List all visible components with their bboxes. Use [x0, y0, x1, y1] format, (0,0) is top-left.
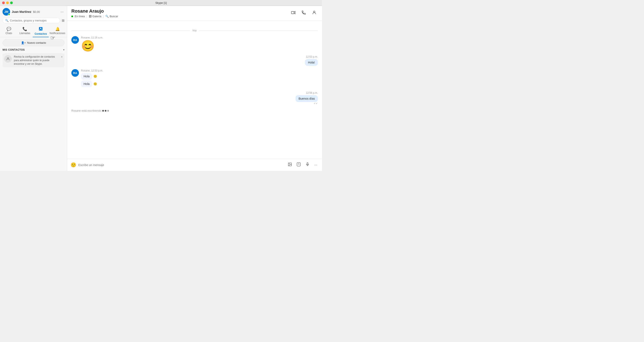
- chat-contact-info: Rosane Araujo En línea | 🖼 Galería | 🔍 B…: [71, 9, 118, 18]
- search-chat-link[interactable]: 🔍 Buscar: [105, 15, 118, 18]
- new-contact-label: Nuevo contacto: [27, 41, 46, 44]
- calls-icon: 📞: [22, 27, 27, 31]
- message-group-1: RA Rosane, 11:16 a.m. 😊: [71, 36, 318, 52]
- voice-call-button[interactable]: [300, 9, 307, 17]
- nav-tabs: 💬 Chats 📞 Llamadas Contactos 🔔 Notificac…: [0, 25, 67, 37]
- search-input[interactable]: [10, 19, 57, 22]
- date-line-left: [71, 31, 190, 31]
- msg-bubble-hola-1: Hola: [81, 73, 92, 80]
- chevron-down-icon: ▾: [63, 48, 64, 51]
- typing-dot-2: [105, 110, 106, 112]
- chats-label: Chats: [6, 32, 12, 35]
- outgoing-msg-1: 12:53 p.m. Hola!: [71, 55, 318, 66]
- user-info: JM Juan Martínez $0.00: [2, 8, 40, 16]
- more-input-options-button[interactable]: ···: [313, 161, 319, 168]
- tab-notifications[interactable]: 🔔 Notificaciones: [49, 25, 66, 37]
- outgoing-bubble-1: Hola!: [305, 59, 318, 66]
- gallery-link[interactable]: 🖼 Galería: [89, 15, 102, 18]
- user-name: Juan Martínez: [12, 10, 31, 14]
- emoji-message-1: 😊: [81, 40, 103, 52]
- window-title: Skype [1]: [155, 1, 167, 5]
- date-label: hoy: [192, 29, 196, 32]
- msg-bubble-hola-2: Hola: [81, 81, 92, 87]
- contacts-label: Contactos: [35, 32, 47, 35]
- msg-with-reaction-1: Hola 🙂: [81, 73, 103, 80]
- audio-record-button[interactable]: [304, 161, 311, 169]
- gallery-icon: 🖼: [89, 15, 92, 18]
- svg-rect-8: [297, 163, 300, 166]
- chat-status-bar: En línea | 🖼 Galería | 🔍 Buscar: [71, 15, 118, 18]
- contacts-notice: Revisa la configuración de contactos par…: [2, 53, 64, 67]
- typing-dot-1: [102, 110, 104, 112]
- message-group-3: RA Rosane, 12:53 p.m. Hola 🙂 Hola 🙂: [71, 69, 318, 88]
- msg-content-3: Rosane, 12:53 p.m. Hola 🙂 Hola 🙂: [81, 69, 103, 88]
- calls-label: Llamadas: [19, 32, 30, 35]
- reaction-icon-2[interactable]: 🙂: [94, 82, 97, 86]
- notice-icon: [4, 55, 12, 63]
- search-input-wrap[interactable]: 🔍: [2, 18, 60, 23]
- user-credit: $0.00: [33, 10, 40, 14]
- contacts-icon: [38, 27, 43, 32]
- attach-image-button[interactable]: [286, 161, 293, 169]
- sidebar-header: JM Juan Martínez $0.00 ···: [0, 6, 67, 17]
- maximize-button[interactable]: [10, 2, 13, 4]
- msg-content-1: Rosane, 11:16 a.m. 😊: [81, 36, 103, 52]
- chat-area: Rosane Araujo En línea | 🖼 Galería | 🔍 B…: [67, 6, 322, 171]
- notice-text: Revisa la configuración de contactos par…: [14, 55, 59, 66]
- close-button[interactable]: [2, 2, 5, 4]
- tab-calls[interactable]: 📞 Llamadas: [17, 25, 33, 37]
- reaction-icon-1[interactable]: 🙂: [94, 75, 97, 78]
- search-chat-icon: 🔍: [105, 15, 109, 18]
- msg-sender-time-3: Rosane, 12:53 p.m.: [81, 69, 103, 72]
- tab-chats[interactable]: 💬 Chats: [1, 25, 17, 37]
- search-bar: 🔍 ⊞: [0, 17, 67, 25]
- date-divider: hoy: [71, 29, 318, 32]
- new-contact-button[interactable]: 👤+ Nuevo contacto: [2, 39, 64, 46]
- svg-point-5: [314, 11, 315, 13]
- more-options-button[interactable]: ···: [60, 9, 64, 15]
- outgoing-time-2: 12:56 p.m.: [306, 91, 318, 94]
- contact-profile-button[interactable]: [311, 9, 318, 17]
- contacts-section: MIS CONTACTOS ▾ Revisa la configuración …: [0, 48, 67, 67]
- online-status-dot: [8, 14, 10, 16]
- message-input[interactable]: [78, 163, 284, 167]
- typing-indicator: Rosane está escribiendo: [71, 108, 318, 114]
- svg-rect-9: [307, 163, 308, 165]
- outgoing-bubble-2: Buenos días: [296, 95, 318, 102]
- typing-dot-3: [107, 110, 109, 112]
- date-line-right: [199, 31, 318, 31]
- window-controls: [2, 2, 13, 4]
- chats-icon: 💬: [6, 27, 11, 31]
- emoji-picker-button[interactable]: 🙂: [70, 162, 76, 168]
- avatar[interactable]: JM: [2, 8, 10, 16]
- message-input-area: 🙂 ···: [67, 159, 322, 171]
- notifications-label: Notificaciones: [50, 32, 65, 35]
- outgoing-bubble-wrap-2: Buenos días: [296, 95, 318, 102]
- online-indicator: [71, 16, 73, 17]
- online-status: En línea: [75, 15, 85, 18]
- svg-point-7: [289, 163, 290, 164]
- svg-rect-3: [291, 12, 294, 14]
- messages-area: hoy RA Rosane, 11:16 a.m. 😊 12:53 p.m. H…: [67, 21, 322, 159]
- svg-point-1: [40, 28, 41, 29]
- msg-with-reaction-2: Hola 🙂: [81, 81, 103, 87]
- tab-contacts[interactable]: Contactos: [33, 25, 49, 37]
- chat-actions: [290, 9, 318, 17]
- outgoing-msg-2: 12:56 p.m. Buenos días ✓✓: [71, 91, 318, 105]
- chat-header: Rosane Araujo En línea | 🖼 Galería | 🔍 B…: [67, 6, 322, 21]
- title-bar: Skype [1]: [0, 0, 322, 6]
- outgoing-time-1: 12:53 p.m.: [306, 55, 318, 58]
- rosane-avatar-1: RA: [71, 36, 79, 44]
- add-contact-icon: 👤+: [21, 41, 26, 44]
- minimize-button[interactable]: [6, 2, 9, 4]
- grid-button[interactable]: ⊞: [62, 19, 64, 23]
- media-button[interactable]: [295, 161, 302, 169]
- search-icon: 🔍: [5, 19, 8, 22]
- contacts-header: MIS CONTACTOS ▾: [2, 48, 64, 51]
- notice-close-button[interactable]: ×: [61, 55, 63, 59]
- contacts-title: MIS CONTACTOS: [2, 48, 25, 51]
- chat-contact-name: Rosane Araujo: [71, 9, 118, 14]
- app-container: JM Juan Martínez $0.00 ··· 🔍 ⊞ 💬 Chats: [0, 6, 322, 171]
- rosane-avatar-2: RA: [71, 69, 79, 77]
- video-call-button[interactable]: [290, 9, 297, 17]
